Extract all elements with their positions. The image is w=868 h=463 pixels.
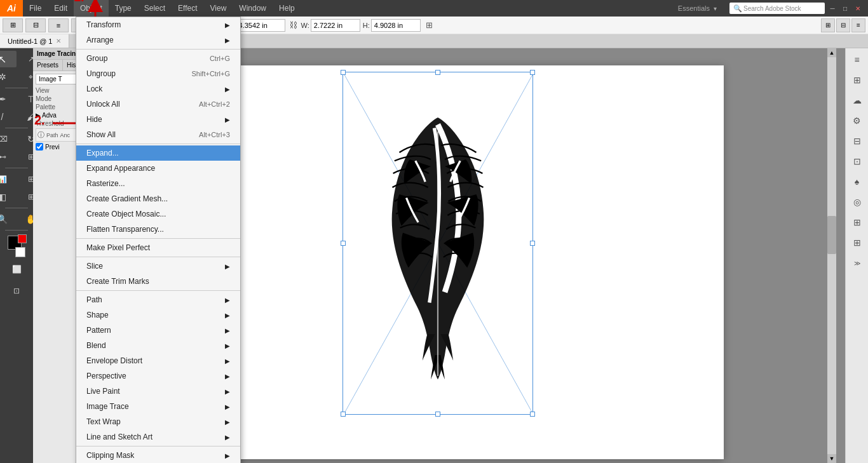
right-btn-layers[interactable]: ≡ xyxy=(848,51,866,69)
handle-tc[interactable] xyxy=(435,70,440,75)
object-dropdown-menu[interactable]: Transform ▶ Arrange ▶ Group Ctrl+G Ungro… xyxy=(76,17,241,463)
right-btn-transform[interactable]: ⊡ xyxy=(848,152,866,170)
menu-path[interactable]: Path ▶ xyxy=(76,292,240,307)
handle-tr[interactable] xyxy=(530,70,535,75)
menu-transform[interactable]: Transform ▶ xyxy=(76,17,240,32)
menu-file[interactable]: File xyxy=(23,0,48,17)
menu-unlock-all[interactable]: Unlock All Alt+Ctrl+2 xyxy=(76,97,240,112)
fill-mode[interactable]: ⬛ xyxy=(0,261,2,278)
handle-bc[interactable] xyxy=(435,412,440,417)
menu-edit[interactable]: Edit xyxy=(48,0,74,17)
right-btn-appearance[interactable]: ◎ xyxy=(848,193,866,211)
handle-tl[interactable] xyxy=(341,70,346,75)
type-tool[interactable]: T xyxy=(17,91,34,107)
image-trace-icon[interactable]: ⊞ xyxy=(3,18,23,32)
menu-show-all[interactable]: Show All Alt+Ctrl+3 xyxy=(76,127,240,142)
canvas-mode-selector[interactable]: ⊡ xyxy=(3,283,31,299)
menu-expand-appearance[interactable]: Expand Appearance xyxy=(76,161,240,176)
workspace-selector[interactable]: Essentials xyxy=(678,4,710,12)
hand-tool[interactable]: ✋ xyxy=(17,211,34,227)
menu-make-pixel-perfect[interactable]: Make Pixel Perfect xyxy=(76,240,240,255)
lasso-tool[interactable]: ⌖ xyxy=(17,69,34,85)
vertical-scrollbar[interactable]: ▲ ▼ xyxy=(827,48,836,463)
zoom-tool[interactable]: 🔍 xyxy=(0,211,17,227)
maximize-button[interactable]: □ xyxy=(840,3,850,13)
direct-select-tool[interactable]: ↗ xyxy=(17,51,34,67)
menu-create-gradient-mesh[interactable]: Create Gradient Mesh... xyxy=(76,191,240,206)
menu-create-object-mosaic[interactable]: Create Object Mosaic... xyxy=(76,206,240,222)
preview-checkbox[interactable] xyxy=(36,143,43,151)
h-input[interactable] xyxy=(371,19,421,32)
menu-text-wrap[interactable]: Text Wrap ▶ xyxy=(76,414,240,429)
pen-tool[interactable]: ✒ xyxy=(0,91,17,107)
mirror-tool[interactable]: ⊷ xyxy=(0,149,17,165)
graph-tool[interactable]: 📊 xyxy=(0,171,17,187)
mesh-tool[interactable]: ⊞ xyxy=(17,189,34,205)
presets-tab[interactable]: Presets xyxy=(33,60,63,70)
doc-tab[interactable]: Untitled-1 @ 1 ✕ xyxy=(0,34,69,48)
right-btn-symbols[interactable]: ⊞ xyxy=(848,234,866,252)
right-btn-properties[interactable]: ⚙ xyxy=(848,112,866,130)
menu-select[interactable]: Select xyxy=(138,0,172,17)
right-btn-cc-libraries[interactable]: ☁ xyxy=(848,91,866,109)
handle-br[interactable] xyxy=(530,412,535,417)
gradient-tool[interactable]: ◧ xyxy=(0,189,17,205)
menu-arrange[interactable]: Arrange ▶ xyxy=(76,32,240,48)
line-tool[interactable]: / xyxy=(0,109,17,125)
view-btn3[interactable]: ≡ xyxy=(851,18,865,32)
menu-group[interactable]: Group Ctrl+G xyxy=(76,51,240,66)
view-btn1[interactable]: ⊞ xyxy=(821,18,835,32)
menu-help[interactable]: Help xyxy=(273,0,301,17)
right-btn-align[interactable]: ⊟ xyxy=(848,132,866,150)
scroll-down-btn[interactable]: ▼ xyxy=(827,454,836,463)
view-btn2[interactable]: ⊟ xyxy=(836,18,850,32)
menu-shape[interactable]: Shape ▶ xyxy=(76,307,240,323)
w-input[interactable] xyxy=(311,19,360,32)
menu-rasterize[interactable]: Rasterize... xyxy=(76,176,240,191)
menu-window[interactable]: Window xyxy=(233,0,273,17)
handle-mr[interactable] xyxy=(530,241,535,246)
menu-image-trace[interactable]: Image Trace ▶ xyxy=(76,399,240,414)
menu-effect[interactable]: Effect xyxy=(172,0,203,17)
rotate-tool[interactable]: ↻ xyxy=(17,131,34,147)
menu-live-paint[interactable]: Live Paint ▶ xyxy=(76,384,240,399)
eraser-tool[interactable]: ⌫ xyxy=(0,131,17,147)
menu-ungroup[interactable]: Ungroup Shift+Ctrl+G xyxy=(76,66,240,81)
menu-expand[interactable]: Expand... xyxy=(76,145,240,161)
menu-slice[interactable]: Slice ▶ xyxy=(76,258,240,274)
menu-blend[interactable]: Blend ▶ xyxy=(76,338,240,353)
stroke-color[interactable] xyxy=(15,247,25,257)
menu-type[interactable]: Type xyxy=(109,0,138,17)
y-input[interactable] xyxy=(236,19,285,32)
menu-flatten-transparency[interactable]: Flatten Transparency... xyxy=(76,222,240,237)
menu-pattern[interactable]: Pattern ▶ xyxy=(76,323,240,338)
minimize-button[interactable]: ─ xyxy=(827,3,837,13)
scale-tool[interactable]: ⊞ xyxy=(17,149,34,165)
menu-envelope-distort[interactable]: Envelope Distort ▶ xyxy=(76,353,240,368)
column-tool[interactable]: ⊞ xyxy=(17,171,34,187)
paint-tool[interactable]: 🖌 xyxy=(17,109,34,125)
transform-icon[interactable]: ⊟ xyxy=(25,18,46,32)
magic-wand-tool[interactable]: ✲ xyxy=(0,69,17,85)
scroll-up-btn[interactable]: ▲ xyxy=(827,48,836,57)
right-btn-expand[interactable]: ≫ xyxy=(848,254,866,272)
stroke-mode[interactable]: ⬜ xyxy=(3,261,31,278)
menu-hide[interactable]: Hide ▶ xyxy=(76,112,240,127)
menu-perspective[interactable]: Perspective ▶ xyxy=(76,368,240,384)
menu-create-trim-marks[interactable]: Create Trim Marks xyxy=(76,274,240,289)
select-tool[interactable]: ↖ xyxy=(0,51,17,67)
right-btn-artboards[interactable]: ⊞ xyxy=(848,71,866,89)
close-button[interactable]: ✕ xyxy=(853,3,863,13)
align-icon[interactable]: ≡ xyxy=(48,18,69,32)
menu-clipping-mask[interactable]: Clipping Mask ▶ xyxy=(76,448,240,463)
handle-ml[interactable] xyxy=(341,241,346,246)
close-tab-icon[interactable]: ✕ xyxy=(56,37,61,44)
menu-line-sketch-art[interactable]: Line and Sketch Art ▶ xyxy=(76,429,240,445)
menu-lock[interactable]: Lock ▶ xyxy=(76,81,240,97)
handle-bl[interactable] xyxy=(341,412,346,417)
scroll-thumb-v[interactable] xyxy=(827,216,836,254)
menu-object[interactable]: Object xyxy=(74,0,109,17)
right-btn-graphic-styles[interactable]: ⊞ xyxy=(848,213,866,231)
menu-view[interactable]: View xyxy=(204,0,233,17)
color-selector[interactable] xyxy=(3,233,31,260)
